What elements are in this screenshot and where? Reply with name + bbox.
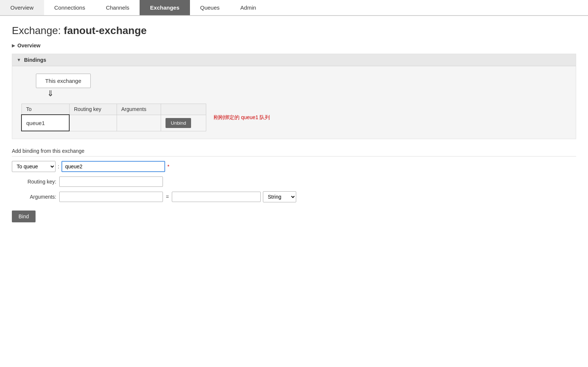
argument-type-select[interactable]: String Number Boolean (263, 191, 296, 202)
routing-key-label: Routing key: (12, 179, 56, 185)
bindings-body: This exchange ⇓ To Routing key Arguments (12, 66, 576, 139)
page-title: Exchange: fanout-exchange (12, 25, 576, 37)
bindings-table-row: To Routing key Arguments queue1 Un (21, 104, 567, 131)
nav-item-exchanges[interactable]: Exchanges (140, 0, 190, 15)
add-binding-section: Add binding from this exchange To queue … (12, 148, 576, 222)
bind-button[interactable]: Bind (12, 211, 36, 222)
unbind-button[interactable]: Unbind (166, 118, 191, 128)
queue-note: 刚刚绑定的 queue1 队列 (214, 114, 270, 121)
overview-section-header[interactable]: ▶ Overview (12, 40, 576, 51)
destination-form-row: To queue To exchange : * (12, 161, 576, 172)
routing-key-input[interactable] (59, 176, 163, 187)
overview-arrow-icon: ▶ (12, 43, 15, 48)
arguments-form-row: Arguments: = String Number Boolean (12, 191, 576, 202)
arguments-label: Arguments: (12, 194, 56, 200)
nav-item-channels[interactable]: Channels (96, 0, 140, 15)
equals-sign: = (166, 194, 169, 200)
arguments-key-input[interactable] (59, 192, 163, 202)
unbind-cell: Unbind (161, 115, 206, 131)
page-title-prefix: Exchange: (12, 25, 64, 36)
table-row: queue1 Unbind (21, 115, 206, 131)
col-header-arguments: Arguments (117, 104, 161, 115)
nav-item-overview[interactable]: Overview (0, 0, 44, 15)
overview-section-label: Overview (17, 43, 40, 48)
arguments-value-input[interactable] (172, 192, 261, 202)
page-content: Exchange: fanout-exchange ▶ Overview ▼ B… (0, 16, 588, 231)
top-navigation: Overview Connections Channels Exchanges … (0, 0, 588, 16)
binding-queue-name: queue1 (21, 115, 69, 131)
required-star: * (167, 164, 169, 169)
exchange-diagram: This exchange ⇓ (36, 74, 567, 99)
col-header-action (161, 104, 206, 115)
binding-arguments (117, 115, 161, 131)
routing-key-form-row: Routing key: (12, 176, 576, 187)
bindings-section-header[interactable]: ▼ Bindings (12, 54, 576, 66)
destination-colon: : (58, 164, 59, 169)
down-arrow-icon: ⇓ (47, 90, 54, 98)
destination-type-select[interactable]: To queue To exchange (12, 161, 56, 172)
binding-routing-key (69, 115, 117, 131)
bindings-arrow-icon: ▼ (17, 57, 21, 63)
destination-value-input[interactable] (61, 161, 165, 172)
nav-item-admin[interactable]: Admin (230, 0, 267, 15)
nav-item-connections[interactable]: Connections (44, 0, 96, 15)
exchange-box: This exchange (36, 74, 91, 88)
nav-item-queues[interactable]: Queues (190, 0, 230, 15)
exchange-name: fanout-exchange (64, 25, 147, 36)
bindings-section: ▼ Bindings This exchange ⇓ To Routing ke… (12, 54, 576, 139)
col-header-to: To (21, 104, 69, 115)
col-header-routing-key: Routing key (69, 104, 117, 115)
bindings-table: To Routing key Arguments queue1 Un (21, 104, 206, 131)
bindings-section-label: Bindings (24, 57, 46, 63)
add-binding-title: Add binding from this exchange (12, 148, 576, 156)
